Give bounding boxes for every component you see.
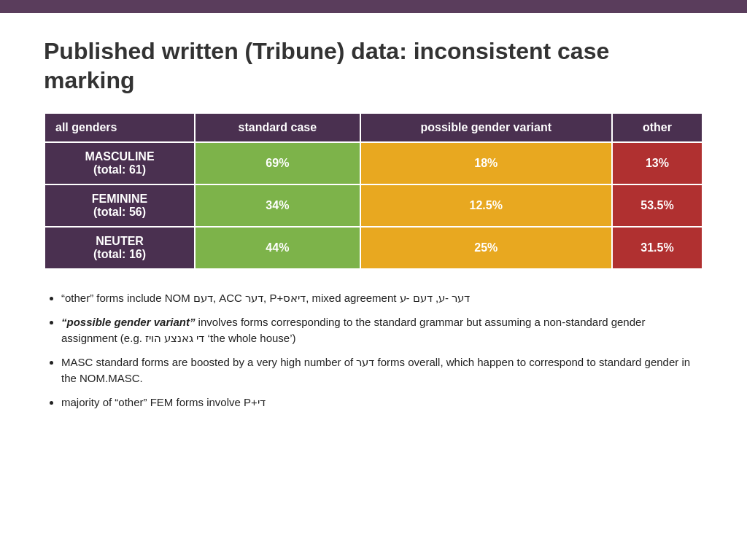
top-bar bbox=[0, 0, 747, 13]
row-label-feminine: FEMININE (total: 56) bbox=[44, 184, 195, 227]
list-item: MASC standard forms are boosted by a ver… bbox=[61, 354, 703, 387]
list-item: majority of “other” FEM forms involve P+… bbox=[61, 394, 703, 411]
neuter-gender: 25% bbox=[360, 227, 612, 269]
table-row: FEMININE (total: 56) 34% 12.5% 53.5% bbox=[44, 184, 703, 227]
header-standard-case: standard case bbox=[195, 113, 360, 142]
masculine-other: 13% bbox=[612, 142, 703, 184]
feminine-other: 53.5% bbox=[612, 184, 703, 227]
main-content: Published written (Tribune) data: incons… bbox=[0, 13, 747, 560]
header-gender-variant: possible gender variant bbox=[360, 113, 612, 142]
table-row: NEUTER (total: 16) 44% 25% 31.5% bbox=[44, 227, 703, 269]
page-title: Published written (Tribune) data: incons… bbox=[44, 36, 703, 95]
header-all-genders: all genders bbox=[44, 113, 195, 142]
list-item: “possible gender variant” involves forms… bbox=[61, 314, 703, 347]
neuter-standard: 44% bbox=[195, 227, 360, 269]
list-item: “other” forms include NOM דעם, ACC דער, … bbox=[61, 290, 703, 307]
table-row: MASCULINE (total: 61) 69% 18% 13% bbox=[44, 142, 703, 184]
feminine-gender: 12.5% bbox=[360, 184, 612, 227]
feminine-standard: 34% bbox=[195, 184, 360, 227]
row-label-neuter: NEUTER (total: 16) bbox=[44, 227, 195, 269]
neuter-other: 31.5% bbox=[612, 227, 703, 269]
bullet-list: “other” forms include NOM דעם, ACC דער, … bbox=[44, 290, 703, 418]
header-other: other bbox=[612, 113, 703, 142]
masculine-gender: 18% bbox=[360, 142, 612, 184]
row-label-masculine: MASCULINE (total: 61) bbox=[44, 142, 195, 184]
masculine-standard: 69% bbox=[195, 142, 360, 184]
data-table: all genders standard case possible gende… bbox=[44, 112, 703, 270]
